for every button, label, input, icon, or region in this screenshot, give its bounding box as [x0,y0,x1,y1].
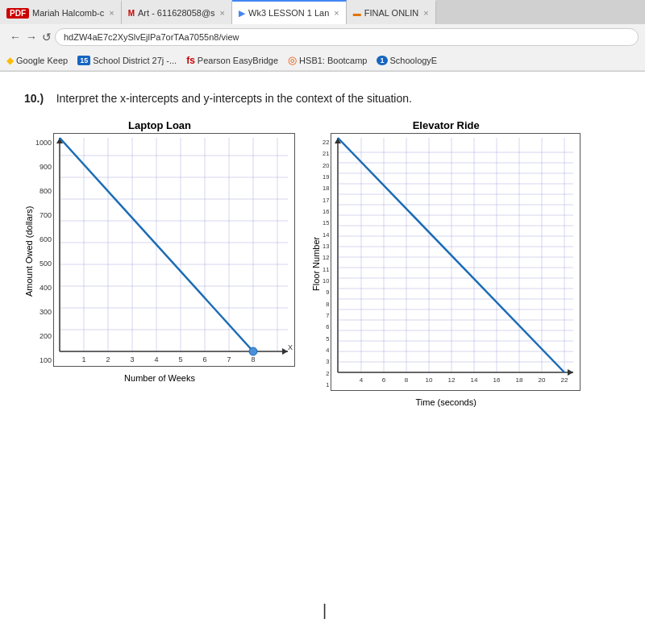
svg-text:6: 6 [382,376,386,384]
graph2-x-arrow [568,369,573,376]
svg-text:X: X [288,343,293,351]
graph1-y-ticks: 100 200 300 400 500 600 700 800 900 1000 [35,139,52,364]
forward-button[interactable]: → [26,31,37,44]
graph1-title: Laptop Loan [128,119,191,131]
svg-text:18: 18 [516,376,523,384]
svg-text:12: 12 [448,376,456,384]
graph2-title: Elevator Ride [413,119,480,131]
bookmarks-bar: ◆ Google Keep 15 School District 27j -..… [0,50,645,71]
tab-docs-label: Wk3 LESSON 1 Lan [248,8,329,18]
tab-gmail-label: Art - 611628058@s [138,8,215,18]
browser-chrome: PDF Mariah Halcomb-c × M Art - 611628058… [0,0,645,72]
svg-text:5: 5 [179,355,183,364]
bookmark-hsb1[interactable]: ◎ HSB1: Bootcamp [288,54,367,66]
svg-text:3: 3 [131,355,135,364]
tab-slides-close[interactable]: × [423,8,428,18]
svg-text:16: 16 [493,376,501,384]
svg-text:22: 22 [561,376,568,384]
tab-pdf-label: Mariah Halcomb-c [32,8,104,18]
question-text: Interpret the x-intercepts and y-interce… [56,92,412,105]
bookmark-schoology[interactable]: 1 SchoologyE [377,56,437,65]
bookmark-school-label: School District 27j -... [93,56,177,65]
tab-docs[interactable]: ▶ Wk3 LESSON 1 Lan × [232,0,347,24]
tab-slides[interactable]: ▬ FINAL ONLIN × [347,0,436,24]
graphs-container: Laptop Loan Amount Owed (dollars) 100 20… [24,119,621,407]
tab-pdf-close[interactable]: × [109,8,114,18]
tab-slides-label: FINAL ONLIN [364,8,418,18]
tab-bar: PDF Mariah Halcomb-c × M Art - 611628058… [0,0,645,24]
address-input[interactable] [55,28,639,46]
bookmark-keep-label: Google Keep [16,56,68,65]
svg-text:20: 20 [539,376,546,384]
graph1-svg: 1 2 3 4 5 6 7 8 X [53,133,295,367]
bookmark-schoology-label: SchoologyE [390,56,438,65]
graph2-wrapper: Elevator Ride Floor Number 1 2 3 4 5 6 7… [311,119,580,407]
tab-pdf[interactable]: PDF Mariah Halcomb-c × [0,0,122,24]
svg-text:4: 4 [360,376,364,384]
hsb1-icon: ◎ [288,54,297,66]
address-bar: ← → ↺ [0,24,645,50]
graph2-svg: 4 6 8 10 12 14 16 18 20 22 [331,133,580,391]
graph1-wrapper: Laptop Loan Amount Owed (dollars) 100 20… [24,119,295,383]
bookmark-google-keep[interactable]: ◆ Google Keep [6,55,68,66]
keep-icon: ◆ [6,55,14,66]
tab-gmail-close[interactable]: × [220,8,225,18]
svg-text:10: 10 [426,376,433,384]
question: 10.) Interpret the x-intercepts and y-in… [24,92,621,105]
question-number: 10.) [24,92,44,105]
svg-text:1: 1 [82,355,86,364]
bookmark-pearson-label: Pearson EasyBridge [198,56,278,65]
graph2-y-ticks: 1 2 3 4 5 6 7 8 9 10 11 12 13 14 15 16 1 [322,139,329,388]
svg-text:7: 7 [227,355,231,364]
graph2-area: Floor Number 1 2 3 4 5 6 7 8 9 10 11 12 … [311,133,580,394]
svg-text:8: 8 [405,376,409,384]
pearson-icon: fs [186,55,195,66]
school-district-icon: 15 [77,56,90,65]
graph1-x-arrow [282,348,288,355]
graph2-line [338,138,564,372]
bookmark-hsb1-label: HSB1: Bootcamp [299,56,367,65]
cursor: | [322,601,327,620]
graph2-y-label: Floor Number [311,139,321,388]
back-button[interactable]: ← [10,31,21,44]
tab-gmail[interactable]: M Art - 611628058@s × [122,0,232,24]
graph1-endpoint [249,347,257,355]
graph1-y-label: Amount Owed (dollars) [24,139,34,364]
refresh-button[interactable]: ↺ [42,31,52,44]
graph1-area: Amount Owed (dollars) 100 200 300 400 50… [24,133,295,370]
svg-text:14: 14 [471,376,478,384]
svg-text:4: 4 [155,355,159,364]
graph1-svg-wrapper: 1 2 3 4 5 6 7 8 X [53,133,295,370]
schoology-icon: 1 [377,56,387,65]
graph1-x-label: Number of Weeks [124,373,195,383]
svg-text:8: 8 [252,355,256,364]
page-content: 10.) Interpret the x-intercepts and y-in… [0,72,645,423]
bookmark-pearson[interactable]: fs Pearson EasyBridge [186,55,278,66]
graph2-x-label: Time (seconds) [416,397,476,407]
svg-text:6: 6 [203,355,207,364]
svg-text:2: 2 [106,355,110,364]
nav-controls: ← → ↺ [6,31,55,44]
bookmark-school-district[interactable]: 15 School District 27j -... [77,56,177,65]
tab-docs-close[interactable]: × [334,8,339,18]
graph2-svg-wrapper: 4 6 8 10 12 14 16 18 20 22 [331,133,580,394]
